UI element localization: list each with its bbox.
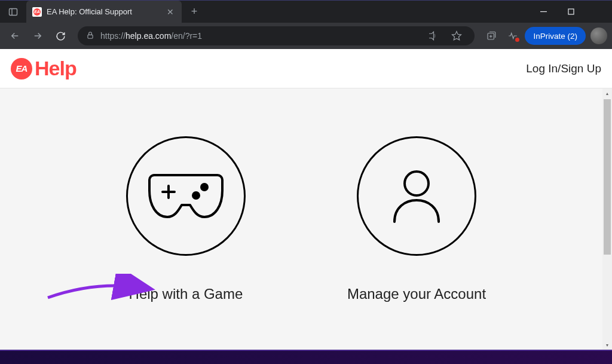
window-controls [530,1,612,23]
page-content: EA Help Log In/Sign Up Help with a Game [0,49,612,350]
svg-point-14 [405,172,429,195]
forward-button[interactable] [27,26,48,46]
person-icon [357,136,476,256]
address-bar[interactable]: https://help.ea.com/en/?r=1 [78,26,475,45]
login-signup-link[interactable]: Log In/Sign Up [526,62,601,75]
site-header: EA Help Log In/Sign Up [0,49,612,88]
manage-account-label: Manage your Account [347,286,486,302]
gamepad-icon [126,136,246,256]
favorite-star-icon[interactable] [447,26,466,45]
help-with-game-option[interactable]: Help with a Game [126,136,246,302]
profile-avatar[interactable] [590,27,607,44]
refresh-button[interactable] [50,26,71,46]
tab-close-icon[interactable]: ✕ [165,7,176,17]
window-minimize-button[interactable] [530,1,557,23]
browser-tab[interactable]: EA EA Help: Official Support ✕ [26,1,182,23]
url-text: https://help.ea.com/en/?r=1 [100,31,417,41]
svg-rect-3 [568,9,574,14]
read-aloud-icon[interactable] [423,26,442,45]
browser-toolbar: https://help.ea.com/en/?r=1 InPrivate (2… [0,23,612,49]
new-tab-button[interactable]: + [185,3,203,21]
scroll-down-button[interactable]: ▾ [602,340,612,350]
collections-icon[interactable] [482,26,501,45]
browser-titlebar: EA EA Help: Official Support ✕ + [0,0,612,23]
window-maximize-button[interactable] [557,1,585,23]
manage-account-option[interactable]: Manage your Account [347,136,486,302]
scrollbar[interactable]: ▴ ▾ [602,88,612,350]
lock-icon [86,31,94,41]
site-logo[interactable]: EA Help [11,57,76,80]
logo-text: Help [35,57,76,80]
scroll-up-button[interactable]: ▴ [602,88,612,98]
svg-point-13 [193,192,199,198]
tab-title: EA Help: Official Support [47,7,160,16]
help-options-panel: Help with a Game Manage your Account ▴ [0,88,612,350]
health-icon[interactable] [503,26,522,45]
tab-favicon-icon: EA [32,7,42,17]
svg-point-12 [201,184,207,190]
scrollbar-thumb[interactable] [604,99,611,255]
svg-rect-6 [88,35,93,38]
back-button[interactable] [5,26,25,46]
svg-rect-0 [10,8,17,15]
inprivate-badge[interactable]: InPrivate (2) [525,27,586,45]
logo-badge-icon: EA [11,58,32,79]
tab-actions-icon[interactable] [0,1,26,23]
help-with-game-label: Help with a Game [129,286,243,302]
taskbar-strip [0,350,612,364]
